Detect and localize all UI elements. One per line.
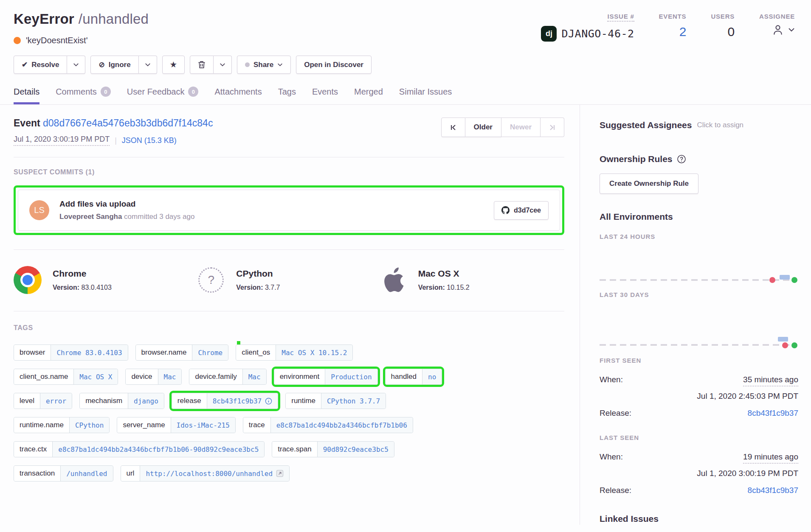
tag-key[interactable]: server_name [117, 417, 170, 433]
tag-key[interactable]: mechanism [80, 393, 128, 409]
tag-key[interactable]: handled [386, 369, 422, 384]
assignee-label: ASSIGNEE [759, 13, 795, 20]
tag-value[interactable]: Idos-iMac-215 [171, 417, 235, 433]
events-label: EVENTS [659, 13, 687, 20]
tag-pill-level: levelerror [14, 393, 72, 409]
chrome-icon [14, 266, 42, 294]
help-icon[interactable] [677, 154, 686, 164]
tag-key[interactable]: transaction [14, 466, 60, 481]
tag-key[interactable]: environment [274, 369, 325, 384]
trash-icon [198, 61, 206, 69]
last-seen-marker [791, 277, 797, 283]
tab-comments[interactable]: Comments0 [56, 87, 111, 104]
when-label: When: [600, 375, 623, 384]
commit-sha-button[interactable]: d3d7cee [494, 201, 549, 220]
tag-value[interactable]: Chrome [192, 345, 228, 360]
oldest-event-button[interactable] [441, 118, 465, 137]
version-label: Version: [418, 284, 445, 291]
tag-key[interactable]: level [14, 393, 40, 409]
tag-value[interactable]: e8c87ba1dc494bb2a4346bcfbf7b1b06 [270, 417, 413, 433]
user-feedback-count-badge: 0 [188, 87, 198, 97]
tag-value[interactable]: e8c87ba1dc494bb2a4346bcfbf7b1b06-90d892c… [52, 442, 264, 457]
context-runtime: ? CPython Version: 3.7.7 [197, 266, 380, 294]
issue-culprit-path: /unhandled [79, 11, 149, 27]
context-browser: Chrome Version: 83.0.4103 [14, 266, 197, 294]
external-link-icon[interactable] [276, 470, 284, 477]
tag-value[interactable]: Mac [158, 369, 182, 384]
share-button[interactable]: Share [237, 56, 291, 74]
tag-value[interactable]: Mac OS X 10.15.2 [276, 345, 352, 360]
ignore-dropdown-button[interactable] [139, 56, 157, 74]
tab-user-feedback[interactable]: User Feedback0 [127, 87, 199, 104]
chevron-down-icon [145, 63, 151, 67]
tab-similar-issues[interactable]: Similar Issues [399, 87, 452, 104]
open-in-discover-button[interactable]: Open in Discover [296, 56, 372, 74]
tag-value[interactable]: 90d892c9eace3bc5 [317, 442, 394, 457]
tab-events[interactable]: Events [312, 87, 338, 104]
tab-attachments[interactable]: Attachments [214, 87, 262, 104]
tag-pill-trace: tracee8c87ba1dc494bb2a4346bcfbf7b1b06 [243, 417, 413, 433]
skip-to-latest-button[interactable] [541, 118, 564, 137]
delete-dropdown-button[interactable] [214, 56, 232, 74]
tag-key[interactable]: trace.span [272, 442, 317, 457]
tag-key[interactable]: browser.name [136, 345, 192, 360]
tag-value[interactable]: Mac OS X [73, 369, 118, 384]
older-event-button[interactable]: Older [465, 118, 501, 137]
tag-pill-browser: browserChrome 83.0.4103 [14, 344, 128, 361]
create-ownership-rule-button[interactable]: Create Ownership Rule [600, 174, 698, 194]
tag-key[interactable]: trace.ctx [14, 442, 52, 457]
tab-tags[interactable]: Tags [278, 87, 296, 104]
tag-value[interactable]: CPython 3.7.7 [321, 393, 386, 409]
tag-key[interactable]: client_os [236, 345, 276, 360]
tag-value[interactable]: /unhandled [60, 466, 113, 481]
tag-value[interactable]: no [422, 369, 442, 384]
first-seen-date: Jul 1, 2020 2:45:03 PM PDT [600, 392, 798, 401]
info-icon[interactable] [265, 398, 272, 405]
last-24-hours-chart[interactable] [600, 254, 797, 284]
issue-tabs: Details Comments0 User Feedback0 Attachm… [0, 87, 811, 105]
tag-value[interactable]: 8cb43f1c9b37 [213, 397, 262, 405]
suggested-assignees-heading: Suggested Assignees [600, 120, 692, 130]
tag-value[interactable]: http://localhost:8000/unhandled [146, 470, 273, 478]
tab-details[interactable]: Details [14, 87, 39, 104]
resolve-dropdown-button[interactable] [67, 56, 85, 74]
event-details-main: Event d08d7667e4a5476eb3b3db6d7f14c84c J… [0, 105, 580, 525]
ignore-button[interactable]: ⊘Ignore [90, 56, 138, 74]
issue-number-label: ISSUE # [607, 13, 634, 22]
tag-key[interactable]: url [121, 466, 140, 481]
tag-key[interactable]: device.family [189, 369, 242, 384]
issue-short-id[interactable]: DJANGO-46-2 [561, 28, 634, 40]
tag-value[interactable]: Mac [242, 369, 266, 384]
user-icon [771, 23, 785, 36]
error-level-dot-icon [14, 37, 21, 44]
first-seen-release-link[interactable]: 8cb43f1c9b37 [748, 409, 798, 418]
delete-button[interactable] [190, 56, 214, 74]
users-count[interactable]: 0 [711, 25, 735, 39]
version-label: Version: [236, 284, 263, 291]
resolve-button[interactable]: ✔Resolve [14, 56, 67, 74]
tag-key[interactable]: client_os.name [14, 369, 73, 384]
skip-to-first-icon [450, 124, 456, 131]
tag-value[interactable]: Chrome 83.0.4103 [51, 345, 127, 360]
last-30-days-chart[interactable] [600, 319, 797, 349]
event-json-link[interactable]: JSON (15.3 KB) [122, 136, 177, 145]
suspect-commits-section: SUSPECT COMMITS (1) LS Add files via upl… [14, 157, 564, 250]
assignee-dropdown[interactable] [759, 23, 795, 36]
tag-key[interactable]: runtime.name [14, 417, 69, 433]
tag-key[interactable]: browser [14, 345, 51, 360]
tag-value[interactable]: error [40, 393, 72, 409]
event-id-link[interactable]: d08d7667e4a5476eb3b3db6d7f14c84c [43, 118, 213, 129]
tag-key[interactable]: device [126, 369, 158, 384]
stat-assignee: ASSIGNEE [759, 13, 795, 42]
tag-key[interactable]: runtime [286, 393, 321, 409]
tag-value[interactable]: Production [325, 369, 377, 384]
tag-value[interactable]: CPython [69, 417, 109, 433]
last-seen-release-link[interactable]: 8cb43f1c9b37 [748, 486, 798, 495]
tab-merged[interactable]: Merged [354, 87, 383, 104]
tag-key[interactable]: trace [243, 417, 270, 433]
tag-value[interactable]: django [128, 393, 164, 409]
bookmark-button[interactable]: ★ [162, 56, 185, 74]
newer-event-button[interactable]: Newer [501, 118, 541, 137]
events-count[interactable]: 2 [659, 25, 687, 39]
tag-key[interactable]: release [172, 393, 207, 409]
